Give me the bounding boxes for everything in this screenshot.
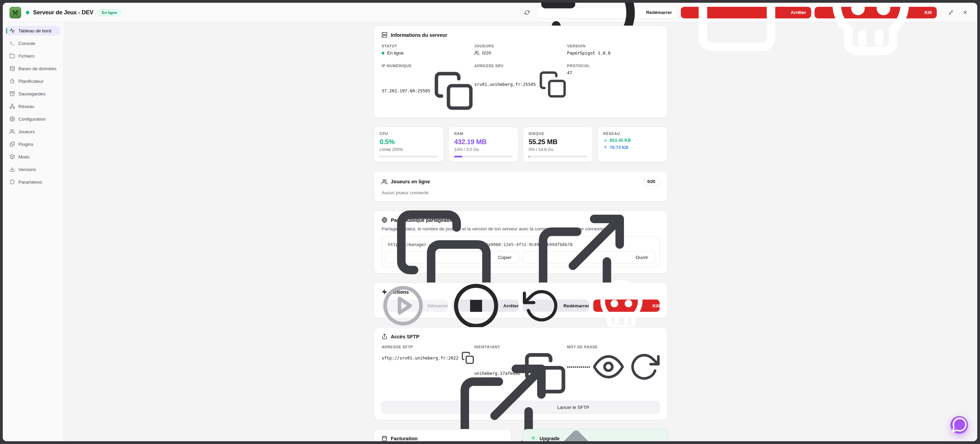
shield-icon [10, 179, 15, 185]
arrow-down-icon [603, 138, 608, 142]
arrow-up-icon [531, 415, 622, 441]
server-title: Serveur de Jeux - DEV [33, 9, 93, 16]
download-icon [10, 167, 15, 172]
billing-row: Facturation Prix 0.00 €/mois Prochaine é… [374, 429, 668, 441]
users-icon [474, 50, 479, 56]
sidebar-item-bases-de-donnees[interactable]: Bases de données [6, 64, 60, 73]
disk-stat-card: DISQUE 55.25 MB 0% / 14.6 Go [523, 127, 593, 162]
network-stat-card: RÉSEAU 853.45 KB 70.73 KB [597, 127, 668, 162]
refresh-button[interactable] [522, 7, 532, 18]
players-online-card: Joueurs en ligne 0/20 Aucun joueur conne… [374, 171, 668, 202]
sidebar-item-parametres[interactable]: Paramètres [6, 177, 60, 187]
stop-button[interactable]: Arrêter [452, 300, 519, 312]
copy-ip-button[interactable] [433, 70, 474, 112]
billing-card: Facturation Prix 0.00 €/mois Prochaine é… [374, 429, 511, 441]
field-status: STATUT En ligne [382, 44, 474, 56]
regenerate-password-button[interactable] [629, 351, 660, 382]
status-dot [382, 52, 384, 54]
sidebar-item-planificateur[interactable]: Planificateur [6, 76, 60, 86]
rotate-cw-icon [629, 351, 660, 382]
restart-button[interactable]: Redémarrer [523, 300, 589, 312]
ram-progress-bar [454, 156, 513, 157]
sidebar-item-joueurs[interactable]: Joueurs [6, 127, 60, 136]
field-version: VERSION PaperSpigot 1.8.8 [567, 44, 660, 56]
upgrade-card: Upgrade L'upgrade n'est pas disponible p… [522, 429, 668, 441]
billing-title: Facturation [391, 436, 418, 441]
public-url-box: https://manager.uniheberg.fr/server/290a… [382, 236, 660, 267]
public-page-card: Page publique partageable Partage le sta… [374, 211, 668, 274]
copy-icon [539, 70, 567, 99]
server-info-card: Informations du serveur STATUT En ligne … [374, 26, 668, 118]
field-ip: IP NUMÉRIQUE 37.202.197.60:25505 [382, 64, 474, 112]
activity-icon [10, 28, 15, 34]
sidebar-item-sauvegardes[interactable]: Sauvegardes [6, 89, 60, 99]
sidebar-item-tableau-de-bord[interactable]: Tableau de bord [6, 26, 60, 35]
users-icon [10, 129, 15, 134]
creeper-server-avatar [10, 7, 21, 18]
sync-icon [525, 10, 530, 15]
sidebar-item-mods[interactable]: Mods [6, 152, 60, 161]
package-icon [10, 154, 15, 160]
stats-row: CPU 0.5% Limite 200% RAM 432.19 MB 14% /… [374, 127, 668, 162]
header-separator [941, 9, 941, 16]
play-circle-icon [382, 284, 425, 327]
server-info-title: Informations du serveur [391, 32, 447, 38]
players-card-title: Joueurs en ligne [391, 179, 430, 184]
app-window: Serveur de Jeux - DEV En ligne Redémarre… [3, 3, 977, 441]
sidebar-item-fichiers[interactable]: Fichiers [6, 51, 60, 61]
server-icon [382, 32, 387, 38]
no-players-text: Aucun joueur connecté [382, 190, 660, 195]
gear-icon [10, 116, 15, 121]
sidebar-nav: Tableau de bord Console Fichiers Bases d… [3, 22, 64, 441]
launch-sftp-button[interactable]: Lancer le SFTP [382, 401, 660, 414]
main-area: Informations du serveur STATUT En ligne … [64, 22, 977, 441]
disk-progress-bar [529, 156, 587, 157]
chat-bubble-icon [950, 416, 968, 434]
archive-icon [10, 91, 15, 96]
copy-srv-button[interactable] [539, 70, 567, 99]
users-icon [382, 179, 387, 185]
network-icon [10, 104, 15, 109]
field-sftp-password: MOT DE PASSE •••••••••••• [567, 345, 660, 395]
field-players: JOUEURS 0/20 [474, 44, 567, 56]
folder-icon [10, 53, 15, 59]
header-stop-button[interactable]: Arrêter [681, 7, 811, 18]
terminal-icon [10, 40, 15, 46]
close-button[interactable] [959, 7, 970, 18]
puzzle-icon [10, 141, 15, 147]
open-url-button[interactable]: Ouvrir [522, 251, 656, 264]
sidebar-item-configuration[interactable]: Configuration [6, 114, 60, 124]
password-mask: •••••••••••• [567, 364, 590, 369]
actions-card: Actions Démarrer Arrêter R [374, 283, 668, 318]
sidebar-item-plugins[interactable]: Plugins [6, 139, 60, 149]
copy-url-button[interactable]: Copier [385, 251, 519, 264]
header-restart-button[interactable]: Redémarrer [536, 7, 678, 18]
header-kill-button[interactable]: Kill [815, 7, 937, 18]
window-header: Serveur de Jeux - DEV En ligne Redémarre… [3, 3, 977, 22]
show-password-button[interactable] [593, 351, 624, 382]
skull-icon [593, 278, 649, 334]
online-status-dot [26, 11, 29, 14]
sidebar-item-versions[interactable]: Versions [6, 165, 60, 174]
sftp-title: Accès SFTP [391, 334, 419, 339]
kill-button[interactable]: Kill [593, 300, 660, 312]
minimize-button[interactable] [945, 7, 956, 18]
players-count-badge: 0/20 [643, 177, 660, 186]
sidebar-item-console[interactable]: Console [6, 38, 60, 48]
field-protocol: PROTOCOL 47 [567, 64, 660, 112]
copy-icon [433, 70, 474, 112]
cpu-progress-bar [380, 156, 438, 157]
chat-fab-button[interactable] [950, 416, 968, 434]
stop-circle-icon [452, 282, 500, 330]
sftp-card: Accès SFTP ADRESSE SFTP sftp://srv01.uni… [374, 327, 668, 420]
timer-icon [10, 78, 15, 84]
close-icon [963, 10, 968, 15]
globe-icon [382, 217, 387, 223]
field-srv: ADRESSE SRV srv01.uniheberg.fr:25505 [474, 64, 567, 112]
minimize-icon [948, 10, 953, 15]
start-button[interactable]: Démarrer [382, 300, 448, 312]
ram-stat-card: RAM 432.19 MB 14% / 3.0 Go [448, 127, 519, 162]
creeper-face-icon [11, 8, 20, 17]
sidebar-item-reseau[interactable]: Réseau [6, 102, 60, 111]
calendar-icon [382, 436, 387, 441]
